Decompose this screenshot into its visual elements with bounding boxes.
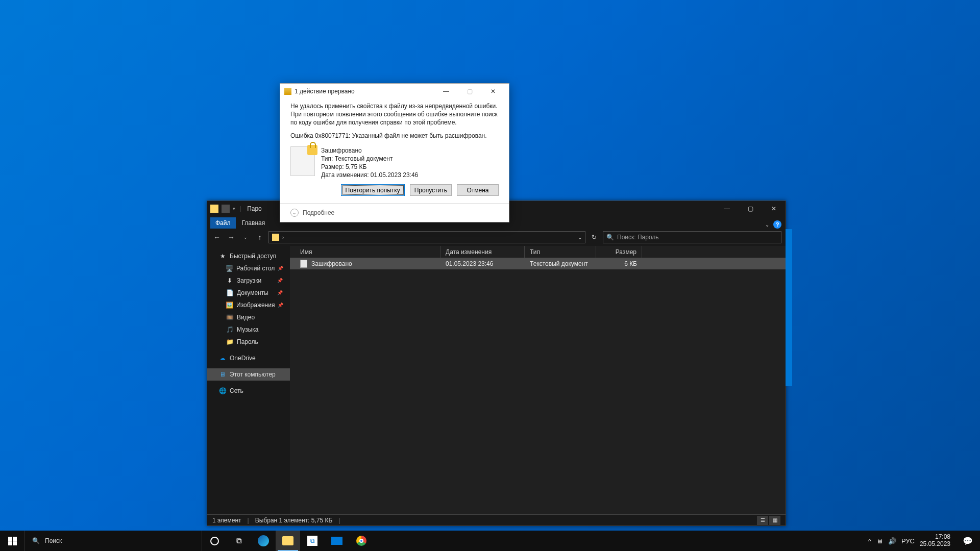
ribbon-collapse-icon[interactable]: ⌄ xyxy=(765,222,769,228)
notification-icon: 💬 xyxy=(963,536,973,546)
sidebar-quick-access[interactable]: ★ Быстрый доступ xyxy=(207,250,290,262)
monitor-icon[interactable]: 🖥 xyxy=(876,537,883,545)
nav-history-dropdown[interactable]: ⌄ xyxy=(240,235,251,240)
search-icon: 🔍 xyxy=(32,537,40,544)
pin-icon: 📌 xyxy=(277,290,286,295)
sidebar-item-password[interactable]: 📁Пароль xyxy=(207,336,290,348)
sidebar-item-music[interactable]: 🎵Музыка xyxy=(207,323,290,336)
file-type: Тип: Текстовый документ xyxy=(321,155,418,163)
view-details-button[interactable]: ☰ xyxy=(757,516,768,525)
windows-icon xyxy=(8,537,17,545)
desktop: ▾ | Паро — ▢ ✕ Файл Главная ⌄ ? ← → ⌄ ↑ xyxy=(0,0,980,551)
sidebar-onedrive[interactable]: ☁OneDrive xyxy=(207,352,290,364)
taskbar: 🔍 Поиск ⧉ ⧉ ^ 🖥 🔊 РУС 17:08 25.05.2023 💬 xyxy=(0,531,980,551)
address-bar[interactable]: › ⌄ xyxy=(268,231,585,243)
column-headers: Имя Дата изменения Тип Размер xyxy=(290,246,786,258)
search-icon: 🔍 xyxy=(606,234,614,241)
mail-icon xyxy=(331,537,342,545)
column-date[interactable]: Дата изменения xyxy=(440,246,525,258)
chevron-down-icon: ⌄ xyxy=(290,209,299,217)
maximize-button[interactable]: ▢ xyxy=(739,201,762,216)
qat-dropdown-icon[interactable]: ▾ xyxy=(233,206,235,211)
help-icon[interactable]: ? xyxy=(773,220,781,229)
status-selected: Выбран 1 элемент: 5,75 КБ xyxy=(255,517,333,524)
nav-up-button[interactable]: ↑ xyxy=(254,233,265,241)
taskbar-app-explorer[interactable] xyxy=(276,531,300,551)
start-button[interactable] xyxy=(0,531,24,551)
search-input[interactable]: 🔍 Поиск: Пароль xyxy=(603,231,781,243)
sidebar-this-pc[interactable]: 🖥Этот компьютер xyxy=(207,368,290,381)
tray-overflow-icon[interactable]: ^ xyxy=(868,537,871,545)
dialog-minimize-button[interactable]: — xyxy=(434,84,458,99)
chrome-icon xyxy=(356,536,366,546)
file-size: Размер: 5,75 КБ xyxy=(321,163,418,171)
search-placeholder: Поиск: Пароль xyxy=(617,234,659,241)
file-metadata: Зашифровано Тип: Текстовый документ Разм… xyxy=(321,146,418,180)
cortana-button[interactable] xyxy=(202,531,227,551)
sidebar-item-videos[interactable]: 🎞️Видео xyxy=(207,311,290,323)
address-dropdown-icon[interactable]: ⌄ xyxy=(578,235,582,240)
dialog-details-toggle[interactable]: ⌄ Подробнее xyxy=(280,203,509,222)
document-icon: 📄 xyxy=(226,289,234,297)
sidebar-item-pictures[interactable]: 🖼️Изображения📌 xyxy=(207,299,290,311)
sidebar-item-desktop[interactable]: 🖥️Рабочий стол📌 xyxy=(207,262,290,274)
breadcrumb-chevron-icon: › xyxy=(282,235,284,240)
store-icon: ⧉ xyxy=(307,536,317,546)
picture-icon: 🖼️ xyxy=(226,301,233,309)
sidebar-item-downloads[interactable]: ⬇Загрузки📌 xyxy=(207,274,290,287)
refresh-button[interactable]: ↻ xyxy=(589,234,600,241)
column-name[interactable]: Имя xyxy=(290,246,440,258)
dialog-title: 1 действие прервано xyxy=(295,88,355,95)
volume-icon[interactable]: 🔊 xyxy=(888,537,896,545)
cancel-button[interactable]: Отмена xyxy=(457,184,499,196)
action-center-button[interactable]: 💬 xyxy=(955,531,980,551)
folder-icon xyxy=(210,205,218,213)
pin-icon: 📌 xyxy=(278,303,286,308)
tab-file[interactable]: Файл xyxy=(210,217,236,229)
skip-button[interactable]: Пропустить xyxy=(410,184,452,196)
column-size[interactable]: Размер xyxy=(596,246,642,258)
retry-button[interactable]: Повторить попытку xyxy=(341,184,405,196)
nav-forward-button[interactable]: → xyxy=(226,233,237,241)
folder-icon: 📁 xyxy=(226,338,234,346)
taskbar-app-chrome[interactable] xyxy=(349,531,374,551)
folder-icon xyxy=(282,536,293,545)
circle-icon xyxy=(210,537,219,545)
nav-back-button[interactable]: ← xyxy=(211,233,223,241)
dialog-app-icon xyxy=(284,88,291,95)
dialog-close-button[interactable]: ✕ xyxy=(481,84,505,99)
sidebar-item-documents[interactable]: 📄Документы📌 xyxy=(207,287,290,299)
explorer-peek-tab xyxy=(786,229,792,386)
column-type[interactable]: Тип xyxy=(525,246,596,258)
edge-icon xyxy=(258,535,269,546)
folder-icon xyxy=(272,234,279,241)
system-tray: ^ 🖥 🔊 РУС 17:08 25.05.2023 xyxy=(863,531,955,551)
tab-home[interactable]: Главная xyxy=(237,217,271,229)
desktop-icon: 🖥️ xyxy=(226,264,233,272)
close-button[interactable]: ✕ xyxy=(762,201,786,216)
cloud-icon: ☁ xyxy=(218,354,227,362)
language-indicator[interactable]: РУС xyxy=(901,537,915,545)
task-view-button[interactable]: ⧉ xyxy=(227,531,251,551)
lock-icon xyxy=(307,145,317,155)
qat-icon[interactable] xyxy=(222,205,230,213)
taskbar-app-mail[interactable] xyxy=(325,531,349,551)
taskbar-search[interactable]: 🔍 Поиск xyxy=(24,531,202,551)
minimize-button[interactable]: — xyxy=(715,201,739,216)
taskbar-app-edge[interactable] xyxy=(251,531,276,551)
taskview-icon: ⧉ xyxy=(236,536,242,545)
pin-icon: 📌 xyxy=(278,266,286,271)
file-row[interactable]: Зашифровано 01.05.2023 23:46 Текстовый д… xyxy=(290,258,786,269)
dialog-titlebar[interactable]: 1 действие прервано — ▢ ✕ xyxy=(280,84,509,99)
explorer-window: ▾ | Паро — ▢ ✕ Файл Главная ⌄ ? ← → ⌄ ↑ xyxy=(207,201,786,526)
pin-icon: 📌 xyxy=(277,278,286,283)
file-mtime: Дата изменения: 01.05.2023 23:46 xyxy=(321,171,418,179)
sidebar-network[interactable]: 🌐Сеть xyxy=(207,385,290,397)
dialog-maximize-button: ▢ xyxy=(458,84,481,99)
pc-icon: 🖥 xyxy=(218,370,227,379)
file-name: Зашифровано xyxy=(321,146,418,155)
view-icons-button[interactable]: ▦ xyxy=(769,516,780,525)
taskbar-app-store[interactable]: ⧉ xyxy=(300,531,325,551)
taskbar-clock[interactable]: 17:08 25.05.2023 xyxy=(920,534,950,548)
error-dialog: 1 действие прервано — ▢ ✕ Не удалось при… xyxy=(280,83,509,222)
